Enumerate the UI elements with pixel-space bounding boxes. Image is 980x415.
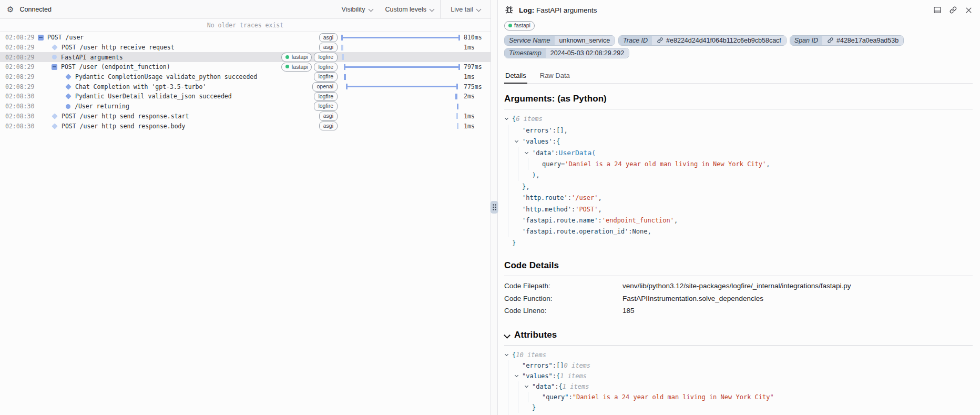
tree-line: query='Daniel is a 24 year old man livin… (504, 158, 973, 169)
link-icon[interactable] (949, 6, 957, 14)
trace-row[interactable]: 02:08:30POST /user http send response.st… (0, 112, 491, 122)
collapse-minus-icon[interactable] (52, 64, 57, 70)
span-label-cell: /User returning (35, 103, 314, 110)
chevron-down-icon[interactable] (505, 118, 512, 119)
badge-label: Trace ID (619, 36, 652, 45)
close-icon[interactable] (965, 6, 973, 14)
indent-guide (508, 158, 515, 169)
indent-guide (508, 381, 515, 392)
span-label-cell: Chat Completion with 'gpt-3.5-turbo' (35, 83, 312, 90)
trace-timestamp: 02:08:30 (0, 113, 35, 120)
badge-label: Service Name (505, 36, 555, 45)
tag-pill-openai: openai (312, 82, 338, 92)
tab-details[interactable]: Details (504, 70, 527, 84)
trace-row[interactable]: 02:08:29Pydantic CompletionUsage validat… (0, 72, 491, 82)
trace-row[interactable]: 02:08:29POST /user http receive requesta… (0, 43, 491, 53)
indent-guide (528, 392, 535, 402)
span-diamond-icon (52, 123, 57, 129)
link-icon[interactable] (657, 37, 663, 44)
chevron-down-icon[interactable] (525, 386, 532, 387)
link-icon[interactable] (827, 37, 834, 44)
chevron-down-icon (369, 7, 373, 12)
trace-timestamp: 02:08:30 (0, 93, 35, 100)
duration-label: 2ms (460, 93, 491, 100)
log-circle-icon (52, 55, 57, 59)
span-diamond-icon (52, 44, 57, 50)
span-label-cell: POST /user (35, 34, 319, 41)
tree-line: } (504, 402, 973, 413)
tree-line: }, (504, 181, 973, 192)
code-detail-row: Code Lineno:185 (504, 305, 973, 317)
tag-pill-logfire: logfire (314, 53, 338, 62)
tree-line: { 6 items (504, 114, 973, 125)
trace-row[interactable]: 02:08:29POST /userasgi810ms (0, 33, 491, 43)
panel-divider[interactable] (491, 0, 498, 415)
indent-guide (518, 170, 525, 181)
tag-list: fastapilogfire (281, 63, 338, 72)
code-detail-value: 185 (622, 305, 973, 317)
indent-guide (518, 392, 525, 402)
span-label-cell: POST /user http receive request (35, 44, 319, 51)
tag-list: asgi (319, 122, 338, 131)
trace-row[interactable]: 02:08:30Pydantic UserDetail validate_jso… (0, 92, 491, 102)
tree-line: 'errors': [], (504, 125, 973, 136)
trace-timestamp: 02:08:29 (0, 54, 35, 61)
service-name-badge: Service Nameunknown_service (504, 35, 615, 46)
span-label: Chat Completion with 'gpt-3.5-turbo' (75, 83, 206, 90)
tag-pill-asgi: asgi (319, 112, 338, 121)
indent-guide (508, 402, 515, 413)
span-label-cell: POST /user (endpoint_function) (35, 63, 281, 70)
indent-guide (508, 371, 515, 381)
trace-row[interactable]: 02:08:30/User returninglogfire (0, 102, 491, 112)
tag-pill-logfire: logfire (314, 72, 338, 82)
panel-bottom-icon[interactable] (933, 6, 942, 14)
code-detail-label: Code Function: (504, 292, 622, 305)
span-diamond-icon (65, 84, 71, 89)
trace-row[interactable]: 02:08:30POST /user http send response.bo… (0, 121, 491, 131)
tree-line: } (504, 237, 973, 248)
tag-pill-fastapi: fastapi (281, 53, 312, 62)
trace-row[interactable]: 02:08:29Chat Completion with 'gpt-3.5-tu… (0, 82, 491, 92)
tag-list: asgi (319, 33, 338, 43)
visibility-dropdown[interactable]: Visibility (335, 0, 379, 18)
indent-guide (508, 136, 515, 147)
badge-value: 2024-05-03 02:08:29.292 (546, 48, 629, 58)
chevron-down-icon[interactable] (505, 355, 512, 356)
duration-bar (341, 83, 460, 90)
tab-raw-data[interactable]: Raw Data (539, 70, 571, 84)
indent-guide (508, 204, 515, 215)
tree-line: 'data': UserData( (504, 147, 973, 158)
tree-line: "data": { 1 items (504, 381, 973, 392)
tag-list: logfire (314, 72, 338, 82)
gear-icon[interactable]: ⚙ (7, 5, 14, 13)
span-label-cell: POST /user http send response.start (35, 113, 319, 120)
tree-line: 'values': { (504, 136, 973, 147)
span-label: POST /user (endpoint_function) (61, 63, 170, 70)
tag-pill-fastapi[interactable]: fastapi (504, 21, 535, 31)
header-actions (933, 6, 973, 14)
trace-id-badge: Trace ID#e8224d24d41f064b112c6eb9cb58cac… (618, 35, 787, 46)
chevron-down-icon (476, 7, 481, 12)
badge-label: Span ID (790, 36, 822, 45)
live-tail-dropdown[interactable]: Live tail (440, 0, 491, 18)
trace-row[interactable]: 02:08:29FastAPI argumentsfastapilogfire (0, 52, 491, 62)
span-label: POST /user http send response.start (62, 113, 189, 120)
duration-bar (341, 74, 460, 80)
tag-list: asgi (319, 112, 338, 121)
collapse-chevron-icon[interactable] (504, 332, 510, 338)
chevron-down-icon[interactable] (525, 153, 532, 154)
green-dot-icon (285, 65, 289, 68)
trace-row[interactable]: 02:08:29POST /user (endpoint_function)fa… (0, 62, 491, 72)
app-root: ⚙ Connected Visibility Custom levels Liv… (0, 0, 980, 415)
drag-handle-icon[interactable] (491, 201, 498, 214)
trace-timestamp: 02:08:30 (0, 123, 35, 130)
duration-bar (341, 93, 460, 100)
indent-guide (508, 193, 515, 204)
collapse-minus-icon[interactable] (38, 35, 44, 41)
tree-line: } (504, 413, 973, 415)
chevron-down-icon[interactable] (515, 141, 522, 142)
indent-guide (508, 413, 515, 415)
chevron-down-icon[interactable] (515, 376, 522, 377)
custom-levels-dropdown[interactable]: Custom levels (379, 0, 441, 18)
green-dot-icon (508, 24, 512, 27)
